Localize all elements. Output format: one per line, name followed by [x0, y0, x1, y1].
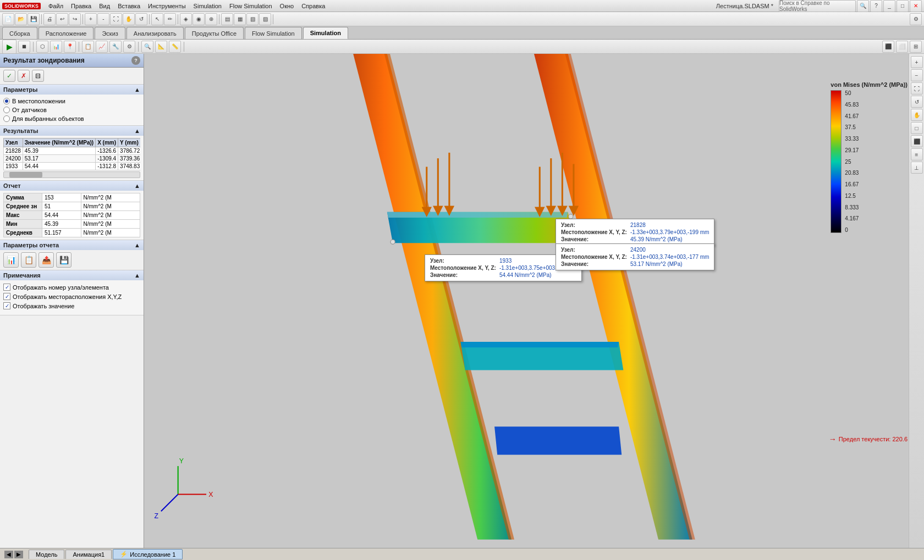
bottom-nav-right[interactable]: ▶: [14, 551, 23, 558]
report-section-header[interactable]: Отчет ▲: [0, 181, 144, 191]
tb-extra7[interactable]: ▨: [259, 13, 271, 25]
tb-extra3[interactable]: ⊕: [205, 13, 217, 25]
tab-assembly[interactable]: Сборка: [2, 27, 37, 39]
viewport[interactable]: ⊕ Лестница (По умолчанию...) Имя модели:…: [144, 54, 924, 548]
tb-extra4[interactable]: ▤: [221, 13, 233, 25]
tb-extra5[interactable]: ▦: [234, 13, 246, 25]
sim-btn8[interactable]: 🔍: [141, 41, 153, 53]
sim-btn5[interactable]: 📈: [96, 41, 108, 53]
close-btn[interactable]: ✕: [910, 0, 922, 12]
panel-help-btn[interactable]: ?: [131, 56, 140, 65]
view-toggle-btn[interactable]: ⊞: [910, 41, 922, 53]
rt-zoom-out[interactable]: −: [911, 69, 923, 81]
radio-selected[interactable]: Для выбранных объектов: [3, 115, 140, 122]
report-btn-table[interactable]: 📋: [21, 252, 36, 268]
open-btn[interactable]: 📂: [15, 13, 27, 25]
results-scrollbar-h[interactable]: [3, 171, 140, 178]
notes-section-header[interactable]: Примечания ▲: [0, 270, 144, 280]
rt-fit[interactable]: ⛶: [911, 82, 923, 95]
menu-flow[interactable]: Flow Simulation: [226, 2, 276, 10]
bottom-nav-left[interactable]: ◀: [4, 551, 13, 558]
sim-run-btn[interactable]: ▶: [2, 40, 16, 54]
save-btn[interactable]: 💾: [28, 13, 40, 25]
print-btn[interactable]: 🖨: [43, 13, 56, 25]
menu-edit[interactable]: Правка: [68, 2, 95, 10]
fit-btn[interactable]: ⛶: [110, 13, 122, 25]
legend-val-0: 50: [845, 90, 859, 96]
tab-sketch[interactable]: Эскиз: [95, 27, 125, 39]
sim-stop-btn[interactable]: ⏹: [18, 41, 30, 53]
tb-extra1[interactable]: ◈: [180, 13, 192, 25]
zoom-in-btn[interactable]: +: [85, 13, 97, 25]
extra-action-btn[interactable]: ⊟: [32, 70, 44, 82]
rotate-btn[interactable]: ↺: [135, 13, 147, 25]
report-params-header[interactable]: Параметры отчета ▲: [0, 240, 144, 250]
pan-btn[interactable]: ✋: [123, 13, 135, 25]
legend-val-11: 4.167: [845, 215, 859, 221]
rt-view2[interactable]: ⬛: [911, 135, 923, 147]
sim-btn7[interactable]: ⚙: [123, 41, 135, 53]
menu-insert[interactable]: Вставка: [114, 2, 144, 10]
cb-item-pos[interactable]: ✓ Отображать месторасположения X,Y,Z: [3, 293, 140, 300]
tb-extra2[interactable]: ◉: [193, 13, 205, 25]
cancel-btn[interactable]: ✗: [18, 70, 30, 82]
results-section-header[interactable]: Результаты ▲: [0, 126, 144, 136]
cb-item-node[interactable]: ✓ Отображать номер узла/элемента: [3, 284, 140, 291]
sim-plot-btn[interactable]: 📊: [50, 41, 62, 53]
redo-btn[interactable]: ↪: [69, 13, 81, 25]
cb-node-label: Отображать номер узла/элемента: [13, 284, 109, 291]
sketch-btn[interactable]: ✏: [164, 13, 176, 25]
select-btn[interactable]: ↖: [151, 13, 163, 25]
sim-btn4[interactable]: 📋: [82, 41, 94, 53]
menu-help[interactable]: Справка: [298, 2, 328, 10]
rt-zoom-in[interactable]: +: [911, 56, 923, 68]
report-unit-min: N/mm^2 (М: [81, 220, 140, 229]
sim-probe-btn[interactable]: 📍: [64, 41, 76, 53]
tab-office[interactable]: Продукты Office: [185, 27, 244, 39]
rt-normal[interactable]: ⊥: [911, 162, 923, 174]
minimize-btn[interactable]: _: [883, 0, 895, 12]
cb-node-circle: ✓: [3, 284, 10, 291]
cb-item-val[interactable]: ✓ Отображать значение: [3, 302, 140, 309]
tab-simulation[interactable]: Simulation: [303, 27, 348, 39]
radio-location[interactable]: В местоположении: [3, 98, 140, 104]
report-btn-save[interactable]: 💾: [56, 252, 72, 268]
rt-section[interactable]: ≡: [911, 148, 923, 160]
rt-pan[interactable]: ✋: [911, 109, 923, 121]
confirm-btn[interactable]: ✓: [3, 70, 15, 82]
tab-layout[interactable]: Расположение: [38, 27, 94, 39]
view-front-btn[interactable]: ⬛: [882, 41, 894, 53]
params-section-header[interactable]: Параметры ▲: [0, 85, 144, 95]
zoom-out-btn[interactable]: -: [97, 13, 109, 25]
search-icon[interactable]: 🔍: [857, 0, 869, 12]
rt-rotate[interactable]: ↺: [911, 96, 923, 108]
tb-extra6[interactable]: ▧: [246, 13, 258, 25]
view-side-btn[interactable]: ⬜: [896, 41, 908, 53]
bottom-tab-model[interactable]: Модель: [29, 550, 64, 559]
tt2-node-label: Узел:: [559, 221, 629, 229]
help-btn[interactable]: ?: [870, 0, 882, 12]
sim-btn6[interactable]: 🔧: [109, 41, 122, 53]
view-options-btn[interactable]: ⚙: [910, 13, 922, 25]
menu-view[interactable]: Вид: [96, 2, 113, 10]
menu-simulation[interactable]: Simulation: [190, 2, 225, 10]
results-table-scroll[interactable]: Узел Значение (N/mm^2 (MPa)) X (mm) Y (m…: [3, 138, 140, 170]
menu-window[interactable]: Окно: [277, 2, 298, 10]
undo-btn[interactable]: ↩: [56, 13, 68, 25]
menu-file[interactable]: Файл: [45, 2, 67, 10]
tab-analyze[interactable]: Анализировать: [127, 27, 184, 39]
rt-view1[interactable]: □: [911, 122, 923, 134]
sim-btn10[interactable]: 📏: [169, 41, 181, 53]
sim-btn9[interactable]: 📐: [155, 41, 167, 53]
restore-btn[interactable]: □: [897, 0, 909, 12]
report-btn-export[interactable]: 📤: [38, 252, 54, 268]
report-btn-chart[interactable]: 📊: [3, 252, 19, 268]
tab-flow[interactable]: Flow Simulation: [245, 27, 302, 39]
help-search-btn[interactable]: Поиск в Справке по SolidWorks: [779, 0, 856, 12]
sim-mesh-btn[interactable]: ⬡: [36, 41, 48, 53]
bottom-tab-study[interactable]: ⚡ Исследование 1: [113, 549, 183, 559]
menu-tools[interactable]: Инструменты: [145, 2, 189, 10]
radio-sensors[interactable]: От датчиков: [3, 107, 140, 113]
bottom-tab-anim[interactable]: Анимация1: [65, 550, 112, 559]
new-btn[interactable]: 📄: [2, 13, 14, 25]
